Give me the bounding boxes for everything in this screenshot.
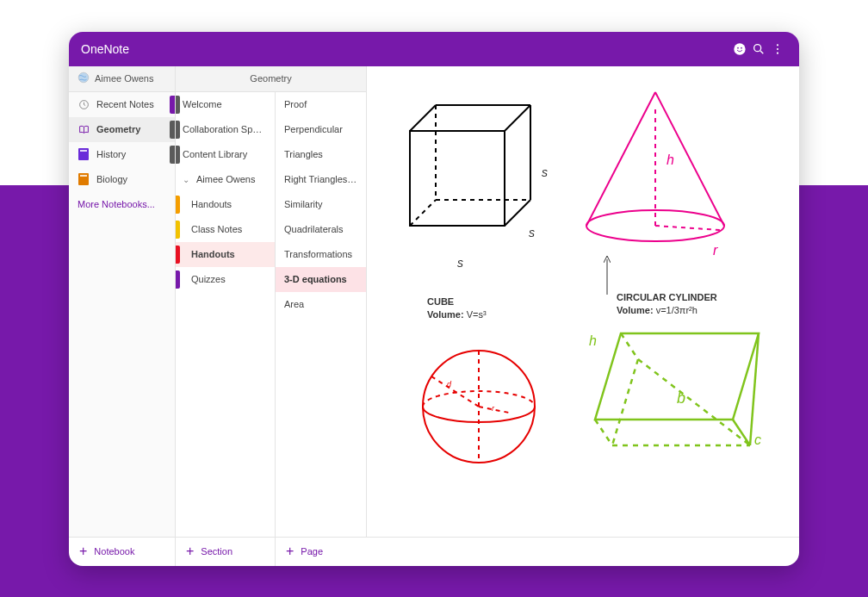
sphere-d: d	[447, 380, 452, 389]
page-proof[interactable]: Proof	[276, 92, 366, 117]
add-page-button[interactable]: + Page	[276, 538, 799, 566]
section-label: Class Notes	[191, 224, 242, 234]
add-notebook-button[interactable]: + Notebook	[69, 538, 176, 566]
globe-icon	[78, 72, 90, 85]
page-list: Proof Perpendicular Triangles Right Tria…	[276, 92, 366, 537]
section-content-library[interactable]: Content Library	[176, 142, 275, 167]
sections-pages-column: Geometry Welcome Collaboration Sp… Conte…	[176, 66, 367, 537]
section-label: Collaboration Sp…	[183, 124, 262, 134]
nav-label: Recent Notes	[96, 99, 154, 109]
prism-c: c	[754, 432, 761, 448]
section-color-tab	[176, 146, 180, 164]
smiley-icon[interactable]	[730, 42, 749, 56]
cone-drawing	[569, 84, 741, 256]
notebook-color-tab	[170, 121, 175, 139]
notebook-list: Recent Notes Geometry History	[69, 92, 175, 537]
nav-label: History	[96, 149, 126, 159]
prism-h: h	[589, 333, 597, 349]
section-label: Content Library	[183, 149, 247, 159]
nav-geometry[interactable]: Geometry	[69, 117, 175, 142]
app-window: OneNote Aimee Owens	[69, 32, 799, 566]
sphere-drawing: d r	[414, 342, 543, 471]
cube-side-s2: s	[529, 226, 535, 239]
section-handouts-2[interactable]: Handouts	[176, 242, 275, 267]
section-color-tab	[176, 221, 180, 239]
section-label: Handouts	[191, 199, 232, 209]
cone-h: h	[666, 152, 674, 168]
cube-drawing	[397, 96, 543, 243]
book-open-icon	[78, 124, 90, 135]
notebook-owner: Aimee Owens	[95, 73, 153, 84]
notebook-color-tab	[170, 96, 175, 114]
prism-drawing	[578, 325, 767, 463]
page-quadrilaterals[interactable]: Quadrilaterals	[276, 217, 366, 242]
svg-rect-13	[80, 150, 87, 152]
section-label: Quizzes	[191, 274, 226, 284]
cone-volume: Volume: v=1/3πr²h	[617, 305, 698, 315]
section-class-notes[interactable]: Class Notes	[176, 217, 275, 242]
section-color-tab	[176, 246, 180, 264]
nav-recent-notes[interactable]: Recent Notes	[69, 92, 175, 117]
arrow-icon	[604, 256, 611, 295]
svg-line-29	[655, 226, 720, 230]
svg-line-25	[586, 92, 655, 226]
nav-biology[interactable]: Biology	[69, 167, 175, 192]
svg-line-34	[733, 420, 750, 445]
section-color-tab	[176, 196, 180, 214]
svg-point-2	[741, 47, 742, 48]
section-color-tab	[176, 271, 180, 289]
section-label: Handouts	[191, 249, 235, 259]
plus-icon: +	[186, 544, 194, 558]
clock-icon	[78, 99, 90, 110]
add-section-button[interactable]: + Section	[176, 538, 276, 566]
section-group-header: Geometry	[176, 66, 366, 92]
book-icon	[78, 148, 90, 160]
section-list: Welcome Collaboration Sp… Content Librar…	[176, 92, 276, 537]
cone-r: r	[713, 243, 717, 258]
svg-point-1	[737, 47, 739, 48]
app-title: OneNote	[81, 42, 129, 56]
page-area[interactable]: Area	[276, 292, 366, 317]
main-area: Aimee Owens Recent Notes Geometry	[69, 66, 799, 537]
section-collaboration[interactable]: Collaboration Sp…	[176, 117, 275, 142]
nav-label: Geometry	[96, 124, 140, 134]
svg-line-37	[638, 359, 750, 445]
notebook-header[interactable]: Aimee Owens	[69, 66, 175, 92]
more-icon[interactable]	[768, 42, 787, 56]
section-group-aimee[interactable]: ⌄ Aimee Owens	[176, 167, 275, 192]
note-canvas[interactable]: s s s CUBE Volume: V=s³	[367, 66, 799, 537]
svg-line-4	[760, 51, 763, 53]
svg-line-20	[505, 105, 530, 131]
book-icon	[78, 173, 90, 185]
section-quizzes[interactable]: Quizzes	[176, 267, 275, 292]
nav-history[interactable]: History	[69, 142, 175, 167]
more-notebooks-link[interactable]: More Notebooks...	[69, 192, 175, 216]
svg-point-0	[734, 43, 745, 54]
svg-line-21	[505, 200, 530, 226]
svg-point-5	[777, 44, 778, 46]
plus-icon: +	[286, 544, 294, 558]
svg-point-3	[754, 44, 761, 51]
page-triangles[interactable]: Triangles	[276, 142, 366, 167]
sphere-r: r	[492, 404, 495, 413]
svg-line-36	[621, 333, 638, 359]
svg-line-24	[410, 200, 436, 226]
section-handouts-1[interactable]: Handouts	[176, 192, 275, 217]
svg-line-26	[655, 92, 724, 226]
footer: + Notebook + Section + Page	[69, 537, 799, 566]
search-icon[interactable]	[749, 42, 768, 56]
section-label: Aimee Owens	[196, 174, 255, 184]
svg-point-6	[777, 47, 778, 49]
page-right-triangles[interactable]: Right Triangles…	[276, 167, 366, 192]
svg-line-19	[410, 105, 436, 131]
titlebar: OneNote	[69, 32, 799, 66]
page-3d-equations[interactable]: 3-D equations	[276, 267, 366, 292]
notebook-column: Aimee Owens Recent Notes Geometry	[69, 66, 176, 537]
page-similarity[interactable]: Similarity	[276, 192, 366, 217]
section-label: Welcome	[183, 99, 222, 109]
cube-volume: Volume: V=s³	[427, 309, 487, 320]
page-perpendicular[interactable]: Perpendicular	[276, 117, 366, 142]
cone-title: CIRCULAR CYLINDER	[617, 292, 717, 302]
page-transformations[interactable]: Transformations	[276, 242, 366, 267]
section-welcome[interactable]: Welcome	[176, 92, 275, 117]
